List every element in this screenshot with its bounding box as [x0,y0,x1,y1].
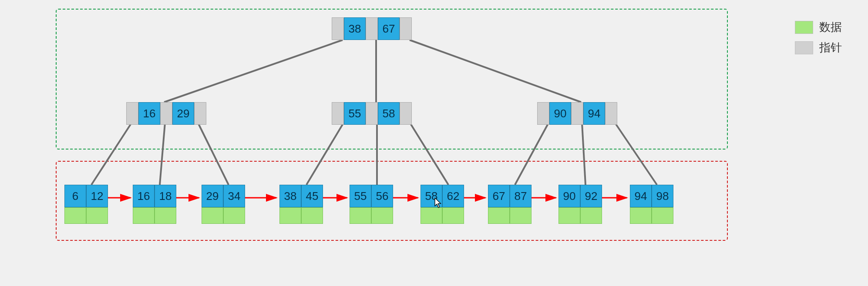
leaf-data-cell [64,207,86,224]
leaf-data-cell [488,207,510,224]
pointer-cell [332,102,344,125]
key-cell: 67 [378,17,400,40]
key-cell: 58 [378,102,400,125]
internal-node: 90 94 [537,102,617,125]
leaf-node: 58 62 [421,185,464,224]
key-cell: 16 [138,102,160,125]
leaf-key-cell: 67 [488,185,510,207]
leaf-data-cell [442,207,464,224]
leaf-node: 94 98 [630,185,673,224]
pointer-cell [400,102,412,125]
leaf-data-cell [279,207,301,224]
leaf-data-cell [580,207,602,224]
leaf-data-cell [350,207,371,224]
pointer-cell [537,102,549,125]
legend: 数据 指针 [795,20,842,60]
leaf-key-cell: 16 [133,185,155,207]
leaf-key-cell: 38 [279,185,301,207]
pointer-cell [366,102,378,125]
leaf-key-cell: 55 [350,185,371,207]
legend-row-pointer: 指针 [795,40,842,55]
leaf-key-cell: 92 [580,185,602,207]
pointer-cell [571,102,583,125]
key-cell: 90 [549,102,571,125]
key-cell: 55 [344,102,366,125]
leaf-key-cell: 94 [630,185,652,207]
legend-row-data: 数据 [795,20,842,35]
leaf-data-cell [510,207,532,224]
internal-node: 55 58 [332,102,412,125]
leaf-key-cell: 90 [558,185,580,207]
leaf-node: 90 92 [558,185,602,224]
leaf-node: 67 87 [488,185,532,224]
root-node: 38 67 [332,17,412,40]
pointer-cell [366,17,378,40]
legend-label: 数据 [819,20,842,35]
leaf-data-cell [155,207,176,224]
leaf-key-cell: 29 [202,185,223,207]
pointer-cell [194,102,206,125]
leaf-key-cell: 58 [421,185,442,207]
leaf-data-cell [223,207,245,224]
leaf-data-cell [86,207,108,224]
leaf-key-cell: 87 [510,185,532,207]
leaf-key-cell: 34 [223,185,245,207]
leaf-data-cell [558,207,580,224]
pointer-cell [605,102,617,125]
leaf-key-cell: 56 [371,185,393,207]
legend-swatch-data [795,21,813,34]
pointer-cell [126,102,138,125]
leaf-key-cell: 12 [86,185,108,207]
leaf-key-cell: 62 [442,185,464,207]
legend-swatch-pointer [795,41,813,54]
key-cell: 38 [344,17,366,40]
legend-label: 指针 [819,40,842,55]
leaf-data-cell [371,207,393,224]
leaf-key-cell: 18 [155,185,176,207]
leaf-node: 38 45 [279,185,323,224]
leaf-data-cell [301,207,323,224]
leaf-node: 6 12 [64,185,108,224]
leaf-data-cell [202,207,223,224]
key-cell: 29 [172,102,194,125]
internal-node: 16 29 [126,102,206,125]
key-cell: 94 [583,102,605,125]
leaf-node: 55 56 [350,185,393,224]
leaf-key-cell: 98 [652,185,673,207]
diagram-stage: 38 67 16 29 55 58 90 94 6 12 [0,0,868,286]
leaf-key-cell: 6 [64,185,86,207]
leaf-data-cell [630,207,652,224]
leaf-node: 16 18 [133,185,176,224]
leaf-data-cell [652,207,673,224]
pointer-cell [160,102,172,125]
leaf-node: 29 34 [202,185,245,224]
leaf-data-cell [133,207,155,224]
leaf-key-cell: 45 [301,185,323,207]
leaf-data-cell [421,207,442,224]
pointer-cell [332,17,344,40]
pointer-cell [400,17,412,40]
